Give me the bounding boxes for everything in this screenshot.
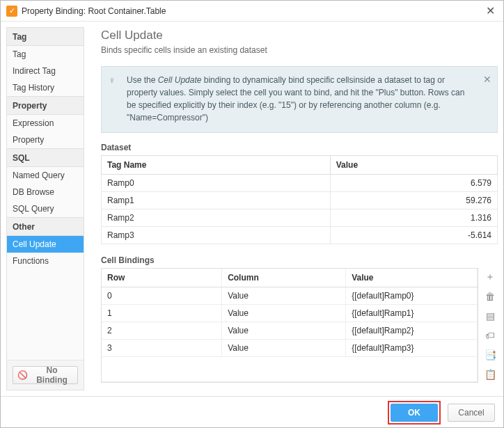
table-row[interactable]: Ramp06.579 — [102, 175, 498, 192]
sidebar-item-named-query[interactable]: Named Query — [7, 167, 84, 184]
table-row[interactable]: Ramp3-5.614 — [102, 227, 498, 244]
sidebar-list: Tag Tag Indirect Tag Tag History Propert… — [7, 28, 84, 360]
no-binding-icon: 🚫 — [17, 370, 28, 380]
dataset-cell[interactable]: Ramp0 — [102, 175, 331, 192]
bindings-header-column[interactable]: Column — [222, 269, 346, 287]
titlebar: ✓ Property Binding: Root Container.Table… — [1, 1, 503, 22]
page-title: Cell Update — [101, 29, 498, 42]
bindings-cell[interactable]: Value — [222, 305, 346, 322]
tip-prefix: Use the — [127, 75, 158, 85]
table-row[interactable]: 2Value{[default]Ramp2} — [102, 322, 478, 340]
sidebar-group-property: Property — [7, 96, 84, 115]
table-row[interactable]: 1Value{[default]Ramp1} — [102, 305, 478, 322]
add-icon[interactable]: ＋ — [484, 271, 496, 283]
bindings-wrap: Row Column Value 0Value{[default]Ramp0} … — [101, 268, 498, 383]
bindings-cell[interactable]: 3 — [102, 340, 222, 357]
dataset-cell[interactable]: 1.316 — [330, 209, 497, 227]
copy-icon[interactable]: 📑 — [484, 349, 496, 361]
sidebar-item-db-browse[interactable]: DB Browse — [7, 184, 84, 200]
tip-box: ♀ ✕ Use the Cell Update binding to dynam… — [101, 66, 498, 133]
lightbulb-icon: ♀ — [109, 74, 118, 84]
bindings-header-row[interactable]: Row — [102, 269, 222, 287]
dataset-label: Dataset — [101, 143, 498, 152]
tip-close-icon[interactable]: ✕ — [483, 72, 491, 87]
bindings-side-buttons: ＋ 🗑 ▤ 🏷 📑 📋 — [482, 268, 498, 383]
bindings-label: Cell Bindings — [101, 255, 498, 265]
sidebar-item-cell-update[interactable]: Cell Update — [7, 236, 84, 253]
bindings-cell[interactable]: {[default]Ramp3} — [346, 340, 478, 357]
bindings-cell[interactable]: Value — [222, 287, 346, 305]
dataset-cell[interactable]: -5.614 — [330, 227, 497, 244]
sidebar-item-property[interactable]: Property — [7, 132, 84, 148]
dataset-table: Tag Name Value Ramp06.579 Ramp159.276 Ra… — [101, 155, 498, 244]
table-row[interactable]: 3Value{[default]Ramp3} — [102, 340, 478, 357]
sidebar-group-other: Other — [7, 217, 84, 236]
ok-button[interactable]: OK — [391, 404, 438, 422]
dataset-cell[interactable]: Ramp2 — [102, 209, 331, 227]
table-row[interactable]: 0Value{[default]Ramp0} — [102, 287, 478, 305]
sidebar-item-indirect-tag[interactable]: Indirect Tag — [7, 63, 84, 79]
table-row[interactable]: Ramp159.276 — [102, 192, 498, 209]
page-subtitle: Binds specific cells inside an existing … — [101, 45, 498, 55]
dataset-cell[interactable]: 59.276 — [330, 192, 497, 209]
dataset-cell[interactable]: 6.579 — [330, 175, 497, 192]
table-row-empty — [102, 357, 478, 382]
bindings-cell[interactable]: 2 — [102, 322, 222, 340]
dataset-header-value[interactable]: Value — [330, 156, 497, 175]
bindings-empty — [102, 357, 478, 382]
app-icon: ✓ — [6, 6, 17, 17]
main-area: Tag Tag Indirect Tag Tag History Propert… — [1, 22, 503, 396]
bindings-cell[interactable]: 1 — [102, 305, 222, 322]
sidebar-group-sql: SQL — [7, 148, 84, 167]
dataset-header-name[interactable]: Tag Name — [102, 156, 331, 175]
no-binding-label: No Binding — [31, 365, 73, 385]
sidebar-group-tag: Tag — [7, 28, 84, 46]
bindings-table: Row Column Value 0Value{[default]Ramp0} … — [102, 269, 478, 382]
sidebar-item-sql-query[interactable]: SQL Query — [7, 200, 84, 217]
trash-icon[interactable]: 🗑 — [484, 290, 496, 303]
bindings-cell[interactable]: Value — [222, 340, 346, 357]
cancel-button[interactable]: Cancel — [448, 404, 495, 422]
sidebar-footer: 🚫 No Binding — [7, 360, 84, 390]
table-row[interactable]: Ramp21.316 — [102, 209, 498, 227]
bindings-cell[interactable]: {[default]Ramp1} — [346, 305, 478, 322]
bindings-cell[interactable]: 0 — [102, 287, 222, 305]
ok-highlight: OK — [388, 401, 441, 425]
close-icon[interactable]: ✕ — [483, 4, 498, 17]
window-title: Property Binding: Root Container.Table — [22, 6, 483, 16]
bindings-header-value[interactable]: Value — [346, 269, 478, 287]
tip-text: Use the Cell Update binding to dynamical… — [127, 75, 464, 122]
sidebar: Tag Tag Indirect Tag Tag History Propert… — [6, 27, 84, 390]
sidebar-item-tag[interactable]: Tag — [7, 46, 84, 63]
bindings-cell[interactable]: {[default]Ramp2} — [346, 322, 478, 340]
bindings-table-wrap: Row Column Value 0Value{[default]Ramp0} … — [101, 268, 478, 383]
paste-icon[interactable]: 📋 — [484, 368, 496, 381]
dataset-cell[interactable]: Ramp3 — [102, 227, 331, 244]
sidebar-item-expression[interactable]: Expression — [7, 115, 84, 132]
footer: OK Cancel — [1, 396, 503, 428]
content-area: Cell Update Binds specific cells inside … — [84, 27, 498, 390]
bindings-cell[interactable]: Value — [222, 322, 346, 340]
sidebar-item-tag-history[interactable]: Tag History — [7, 79, 84, 96]
tag-icon[interactable]: 🏷 — [484, 329, 496, 342]
dataset-cell[interactable]: Ramp1 — [102, 192, 331, 209]
property-icon[interactable]: ▤ — [484, 310, 496, 322]
bindings-cell[interactable]: {[default]Ramp0} — [346, 287, 478, 305]
sidebar-item-functions[interactable]: Functions — [7, 253, 84, 269]
tip-emphasis: Cell Update — [158, 75, 202, 85]
no-binding-button[interactable]: 🚫 No Binding — [13, 366, 78, 384]
